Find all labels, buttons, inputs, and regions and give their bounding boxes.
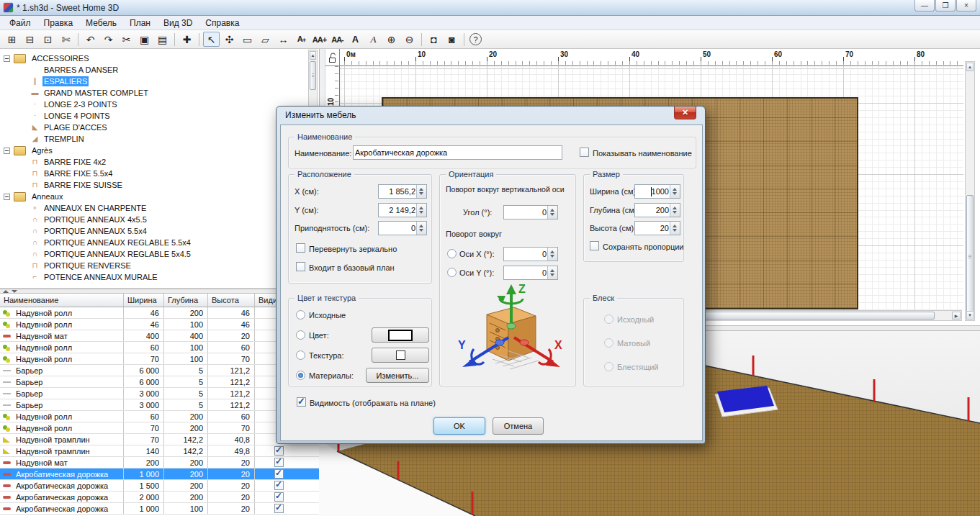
default-color-radio[interactable] [296, 310, 305, 320]
table-row[interactable]: Надувной ролл 70 100 70 [0, 353, 319, 365]
create-rooms-button[interactable]: ▱ [257, 32, 274, 47]
menu-item[interactable]: План [123, 17, 157, 30]
undo-button[interactable]: ↶ [82, 32, 99, 47]
materials-radio[interactable] [296, 371, 305, 380]
copy-button[interactable]: ▣ [136, 32, 153, 47]
keep-proportions-checkbox[interactable] [590, 241, 599, 250]
visible-checkbox[interactable] [274, 481, 284, 490]
table-row[interactable]: Надувной мат 200 200 20 [0, 457, 319, 469]
table-row[interactable]: Барьер 6 000 5 121,2 [0, 365, 319, 376]
furniture-name-input[interactable]: Акробатическая дорожка [353, 145, 562, 160]
x-axis-radio[interactable] [447, 249, 457, 258]
catalog-item[interactable]: ◣ PLAGE D'ACCES [0, 122, 192, 133]
zoom-out-button[interactable]: ⊖ [401, 32, 418, 47]
column-header-depth[interactable]: Глубина [164, 294, 208, 307]
x-axis-spinner[interactable]: 0 [503, 247, 558, 261]
catalog-item[interactable]: ⊓ BARRE FIXE SUISSE [0, 179, 192, 191]
catalog-item[interactable]: Anneaux [0, 191, 192, 202]
catalog-item[interactable]: ∥ ESPALIERS [0, 76, 192, 87]
x-position-spinner[interactable]: 1 856,2 [378, 184, 427, 199]
base-plan-checkbox[interactable] [296, 262, 305, 271]
restore-button[interactable]: ❐ [935, 0, 956, 12]
scroll-right-icon[interactable]: ▶ [952, 312, 961, 320]
collapse-up-icon[interactable] [3, 290, 9, 293]
texture-picker-button[interactable] [372, 348, 429, 363]
table-row[interactable]: Барьер 3 000 5 121,2 [0, 399, 319, 411]
column-header-height[interactable]: Высота [208, 294, 255, 307]
catalog-item[interactable]: ▬ GRAND MASTER COMPLET [0, 87, 192, 99]
create-photo-button[interactable]: ◘ [426, 32, 442, 47]
modify-materials-button[interactable]: Изменить... [366, 368, 429, 383]
table-row[interactable]: Надувной ролл 60 100 60 [0, 342, 319, 353]
menu-item[interactable]: Справка [199, 17, 246, 30]
show-name-checkbox[interactable] [580, 148, 589, 157]
spinner-arrows-icon[interactable] [670, 222, 680, 235]
height-spinner[interactable]: 20 [634, 221, 680, 235]
default-shine-radio[interactable] [604, 314, 613, 324]
preferences-button[interactable]: ✄ [58, 32, 74, 47]
y-axis-spinner[interactable]: 0 [503, 266, 558, 280]
width-spinner[interactable]: 1000 [634, 184, 680, 199]
zoom-in-button[interactable]: ⊕ [383, 32, 400, 47]
scroll-down-icon[interactable]: ▼ [966, 311, 974, 320]
visible-checkbox[interactable] [274, 504, 284, 513]
table-row[interactable]: Акробатическая дорожка 1 000 100 20 [0, 503, 319, 515]
tree-expand-toggle[interactable] [4, 148, 10, 154]
mirror-checkbox[interactable] [296, 243, 305, 253]
catalog-item[interactable]: ⊓ BARRE FIXE 5.5x4 [0, 168, 192, 179]
matt-radio[interactable] [604, 338, 613, 348]
pan-tool-button[interactable]: ✣ [221, 32, 238, 47]
tree-expand-toggle[interactable] [4, 194, 10, 200]
spinner-arrows-icon[interactable] [416, 222, 426, 235]
spinner-arrows-icon[interactable] [547, 206, 557, 219]
scrollbar-thumb[interactable] [310, 61, 316, 90]
catalog-item[interactable]: ◢ TREMPLIN [0, 133, 192, 145]
cut-button[interactable]: ✂ [118, 32, 135, 47]
table-row[interactable]: Акробатическая дорожка 1 500 200 20 [0, 480, 319, 492]
toolbar-separator[interactable] [199, 33, 199, 46]
scroll-up-icon[interactable]: ▲ [966, 63, 974, 71]
visibility-checkbox[interactable] [297, 397, 306, 407]
table-row[interactable]: Акробатическая дорожка 2 000 200 20 [0, 492, 319, 503]
new-plan-button[interactable]: ⊞ [4, 32, 20, 47]
table-row[interactable]: Надувной ролл 46 200 46 [0, 307, 319, 319]
open-button[interactable]: ⊟ [22, 32, 38, 47]
plan-lock-corner[interactable] [325, 49, 340, 66]
catalog-item[interactable]: BARRES A DANSER [0, 64, 192, 76]
ok-button[interactable]: OK [433, 417, 485, 435]
visible-checkbox[interactable] [274, 446, 284, 456]
column-header-name[interactable]: Наименование [0, 294, 124, 307]
menu-item[interactable]: Мебель [79, 17, 123, 30]
catalog-item[interactable]: ⊓ BARRE FIXE 4x2 [0, 156, 192, 168]
close-button[interactable]: × [956, 0, 976, 12]
table-row[interactable]: Надувной ролл 46 100 46 [0, 319, 319, 330]
menu-item[interactable]: Вид 3D [157, 17, 199, 30]
plan-vertical-scrollbar[interactable]: ▲ ▼ [965, 61, 975, 321]
depth-spinner[interactable]: 200 [634, 203, 680, 217]
collapse-down-icon[interactable] [12, 290, 17, 293]
table-row[interactable]: Акробатическая дорожка 1 000 200 20 [0, 469, 319, 480]
minimize-button[interactable]: — [914, 0, 935, 12]
add-furniture-button[interactable]: ✚ [179, 32, 195, 47]
elevation-spinner[interactable]: 0 [378, 221, 427, 235]
texture-radio[interactable] [296, 350, 305, 360]
visible-checkbox[interactable] [274, 469, 284, 479]
add-text-button[interactable]: A₊ [293, 32, 310, 47]
catalog-item[interactable]: ⊓ PORTIQUE RENVERSE [0, 260, 192, 271]
toolbar-separator[interactable] [464, 33, 464, 46]
spinner-arrows-icon[interactable] [670, 204, 680, 217]
table-row[interactable]: Барьер 6 000 5 121,2 [0, 376, 319, 388]
save-button[interactable]: ⊡ [40, 32, 56, 47]
spinner-arrows-icon[interactable] [547, 266, 557, 279]
catalog-table-splitter[interactable] [0, 289, 319, 294]
bold-button[interactable]: A [347, 32, 364, 47]
angle-spinner[interactable]: 0 [503, 205, 558, 219]
table-row[interactable]: Надувной ролл 70 200 70 [0, 422, 319, 434]
visible-checkbox[interactable] [274, 458, 284, 467]
paste-button[interactable]: ▤ [154, 32, 171, 47]
catalog-item[interactable]: ∩ PORTIQUE ANNEAUX 4x5.5 [0, 214, 192, 225]
catalog-item[interactable]: ∩ PORTIQUE ANNEAUX REGLABLE 5.5x4 [0, 237, 192, 248]
table-row[interactable]: Надувной мат 400 400 20 [0, 330, 319, 342]
y-axis-radio[interactable] [447, 268, 457, 277]
toolbar-separator[interactable] [174, 33, 175, 46]
